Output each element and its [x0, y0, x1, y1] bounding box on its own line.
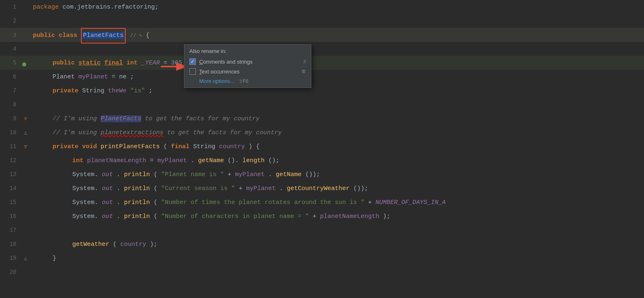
code-line-20: 20 [0, 265, 644, 279]
code-line-10: 10 △ // I'm using planetextractions to g… [0, 126, 644, 140]
var-myplanet12: myPlanet [157, 157, 187, 164]
kw-int12: int [72, 157, 83, 164]
rename-selection-box: PlanetFacts [81, 28, 126, 44]
kw-private7: private [53, 87, 78, 94]
line-number-8: 8 [0, 98, 21, 112]
code-line-2: 2 [0, 14, 644, 28]
var-planetnamelength: planetNameLength [87, 157, 146, 164]
gutter-arrow-10: △ [21, 126, 30, 140]
code-line-3: 3 public class PlanetFacts // ✎ { [0, 28, 644, 42]
comment-line10b: to get the facts for my country [167, 129, 282, 136]
popup-title: Also rename in: [184, 48, 311, 57]
classname-planetfacts: PlanetFacts [83, 32, 124, 39]
gutter-9: ▽ [21, 112, 30, 126]
var-myplanet14: myPlanet [246, 185, 276, 192]
code-line-6: 6 Planet myPlanet = ne ; [0, 70, 644, 84]
code-line-4: 4 [0, 42, 644, 56]
method-getcountryweather: getCountryWeather [287, 185, 350, 192]
popup-icon-comments: // [304, 59, 306, 64]
popup-label-comments: Comments and strings [199, 59, 302, 65]
popup-shortcut: ⇧F6 [239, 78, 248, 84]
comment-line9b: to get the facts for my country [145, 115, 260, 122]
line-number-16: 16 [0, 209, 21, 223]
comment-line10: // I'm using [53, 129, 101, 136]
line-number-3: 3 [0, 28, 21, 42]
line-content-7: private String theWe "is" ; [30, 84, 644, 98]
method-printplanetfacts: printPlanetFacts [101, 143, 160, 150]
code-line-7: 7 private String theWe "is" ; [0, 84, 644, 98]
kw-private11: private [53, 143, 78, 150]
keyword-class: class [59, 32, 77, 39]
line-number-2: 2 [0, 14, 21, 28]
popup-checkbox-comments[interactable]: ✓ [189, 58, 196, 65]
line-number-9: 9 [0, 112, 21, 126]
line-number-20: 20 [0, 265, 21, 279]
comment-line9: // I'm using [53, 115, 101, 122]
var-thewe: theWe [108, 87, 126, 94]
popup-more-options[interactable]: More options... ⇧F6 [184, 76, 311, 86]
code-line-16: 16 System. out . println ( "Number of ch… [0, 209, 644, 223]
method-println14: println [124, 185, 150, 192]
line-content-19: } [30, 252, 644, 266]
method-getname12: getName [198, 157, 224, 164]
method-getname13: getName [276, 171, 301, 178]
string-planet-name: "Planet name is " [161, 171, 224, 178]
code-line-11: 11 ▽ private void printPlanetFacts ( fin… [0, 140, 644, 154]
line-content-6: Planet myPlanet = ne ; [30, 70, 644, 84]
gutter-arrow-9: ▽ [21, 112, 30, 126]
line-number-6: 6 [0, 70, 21, 84]
code-line-8: 8 [0, 98, 644, 112]
kw-public2: public [53, 60, 75, 66]
line-content-3: public class PlanetFacts // ✎ { [30, 28, 644, 44]
popup-label-text: Text occurrences [199, 69, 300, 75]
line-number-1: 1 [0, 0, 21, 14]
line-number-19: 19 [0, 251, 21, 265]
code-line-13: 13 System. out . println ( "Planet name … [0, 167, 644, 181]
kw-static: static [78, 60, 101, 66]
var-myplanet: myPlanet [78, 73, 108, 80]
keyword-public: public [33, 32, 55, 39]
popup-icon-text: 🖹 [301, 69, 306, 74]
line-content-13: System. out . println ( "Planet name is … [30, 168, 644, 182]
gutter-10: △ [21, 126, 30, 140]
keyword-package: package [33, 4, 59, 11]
comment-planetextractions: planetextractions [101, 129, 163, 136]
line-number-7: 7 [0, 84, 21, 98]
gutter-marker-5 [22, 62, 26, 66]
line-number-11: 11 [0, 140, 21, 154]
code-line-9: 9 ▽ // I'm using PlanetFacts to get the … [0, 112, 644, 126]
popup-item-text[interactable]: Text occurrences 🖹 [184, 66, 311, 76]
rename-popup: Also rename in: ✓ Comments and strings /… [184, 44, 311, 88]
kw-final: final [104, 60, 123, 66]
popup-checkbox-text[interactable] [189, 68, 196, 75]
code-line-12: 12 int planetNameLength = myPlanet . get… [0, 154, 644, 167]
popup-more-label: More options... [199, 78, 235, 84]
string-current-season: "Current season is " [161, 185, 235, 192]
line-content-18: getWeather ( country ); [30, 238, 644, 252]
line-content-15: System. out . println ( "Number of times… [30, 196, 644, 210]
line-content-5: public static final int _YEAR = 365 ; [30, 56, 644, 70]
line-content-1: package com.jetbrains.refactoring; [30, 0, 644, 14]
line-number-13: 13 [0, 167, 21, 181]
var-out14: out [102, 185, 113, 192]
line-number-5: 5 [0, 56, 21, 70]
popup-item-comments[interactable]: ✓ Comments and strings // [184, 57, 311, 66]
comment-planetfacts-highlight: PlanetFacts [101, 115, 141, 122]
edit-icon: // ✎ [130, 33, 142, 39]
constant-year: _YEAR [141, 60, 160, 66]
code-line-19: 19 △ } [0, 251, 644, 265]
line-number-12: 12 [0, 154, 21, 167]
line-content-14: System. out . println ( "Current season … [30, 182, 644, 196]
var-out16: out [102, 213, 113, 220]
var-country18: country [120, 241, 146, 248]
line-number-18: 18 [0, 237, 21, 251]
code-line-15: 15 System. out . println ( "Number of ti… [0, 195, 644, 209]
gutter-arrow-11: ▽ [21, 140, 30, 154]
method-getweather: getWeather [72, 241, 109, 248]
method-println13: println [124, 171, 150, 178]
code-editor: 1 package com.jetbrains.refactoring; 2 3… [0, 0, 644, 298]
line-number-10: 10 [0, 126, 21, 140]
constant-number-of-days: NUMBER_OF_DAYS_IN_A [375, 199, 446, 206]
kw-int: int [126, 60, 138, 66]
kw-void: void [82, 143, 97, 150]
